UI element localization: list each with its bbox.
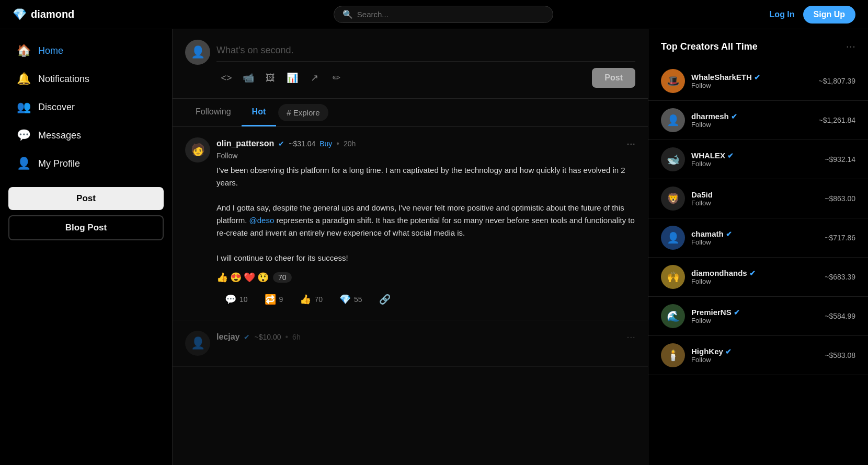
sidebar-item-messages[interactable]: 💬 Messages [4, 122, 168, 148]
right-panel-more-button[interactable]: ··· [846, 40, 855, 53]
sidebar-item-notifications[interactable]: 🔔 Notifications [4, 66, 168, 92]
reaction-count[interactable]: 70 [273, 272, 292, 283]
sidebar-item-myprofile[interactable]: 👤 My Profile [4, 150, 168, 177]
layout: 🏠 Home 🔔 Notifications 👥 Discover 💬 Mess… [0, 29, 868, 465]
search-input[interactable] [357, 10, 544, 19]
toolbar-chart-icon[interactable]: 📊 [282, 68, 302, 88]
verified-diamondhands: ✔ [749, 269, 756, 277]
creator-follow-chamath[interactable]: Follow [691, 238, 818, 246]
feed-tabs: Following Hot # Explore [173, 99, 648, 127]
search-icon: 🔍 [342, 9, 353, 19]
post-button[interactable]: Post [8, 187, 164, 210]
creator-row-highkey[interactable]: 🕯️ HighKey ✔ Follow ~$583.08 [648, 336, 868, 375]
creator-price-premierNS: ~$584.99 [825, 312, 855, 320]
comment-action[interactable]: 💬 10 [216, 289, 256, 309]
tab-hot[interactable]: Hot [242, 99, 277, 126]
comment-count: 10 [239, 295, 248, 304]
tab-following[interactable]: Following [185, 99, 242, 126]
creator-avatar-premierNS: 🌊 [661, 304, 685, 328]
messages-icon: 💬 [17, 129, 31, 142]
creator-row-whalesharketh[interactable]: 🎩 WhaleSharkETH ✔ Follow ~$1,807.39 [648, 62, 868, 101]
toolbar-image-icon[interactable]: 🖼 [260, 68, 280, 88]
compose-toolbar: <> 📹 🖼 📊 ↗ ✏ Post [216, 68, 635, 88]
diamond-icon: 💎 [339, 294, 351, 305]
creator-name-dharmesh: dharmesh ✔ [691, 112, 813, 121]
creator-row-premierNS[interactable]: 🌊 PremierNS ✔ Follow ~$584.99 [648, 297, 868, 336]
diamond-action[interactable]: 💎 55 [331, 289, 371, 309]
creator-follow-whalex[interactable]: Follow [691, 160, 818, 168]
creator-follow-whalesharketh[interactable]: Follow [691, 82, 813, 89]
creator-info-premierNS: PremierNS ✔ Follow [691, 308, 818, 324]
table-row: 🧑 olin_patterson ✔ ~$31.04 Buy • 20h ···… [173, 127, 648, 320]
toolbar-edit-icon[interactable]: ✏ [326, 68, 346, 88]
creator-avatar-whalesharketh: 🎩 [661, 69, 685, 93]
sidebar-item-discover[interactable]: 👥 Discover [4, 94, 168, 120]
nav-auth: Log In Sign Up [770, 6, 855, 24]
tab-explore[interactable]: # Explore [278, 104, 328, 121]
creator-follow-premierNS[interactable]: Follow [691, 317, 818, 324]
logo[interactable]: 💎 diamond [13, 8, 117, 21]
creator-row-diamondhands[interactable]: 🙌 diamondhands ✔ Follow ~$683.39 [648, 258, 868, 297]
creator-info-highkey: HighKey ✔ Follow [691, 347, 818, 364]
creator-info-whalex: WHALEX ✔ Follow [691, 151, 818, 168]
post-more-button[interactable]: ··· [626, 137, 635, 149]
sidebar-buttons: Post Blog Post [0, 179, 172, 240]
creator-follow-dharmesh[interactable]: Follow [691, 121, 813, 129]
post-separator: • [336, 139, 339, 148]
repost-count: 9 [279, 295, 283, 304]
verified-icon: ✔ [278, 140, 284, 148]
post-buy-button[interactable]: Buy [319, 140, 332, 148]
post-price-2: ~$10.00 [254, 333, 281, 341]
blog-post-button[interactable]: Blog Post [8, 215, 164, 240]
post-paragraph-1: I've been observing this platform for a … [216, 164, 635, 189]
creator-row-whalex[interactable]: 🐋 WHALEX ✔ Follow ~$932.14 [648, 140, 868, 179]
mention-deso[interactable]: @deso [249, 216, 275, 225]
creator-row-da5id[interactable]: 🦁 Da5id Follow ~$863.00 [648, 179, 868, 218]
compose-post-button[interactable]: Post [592, 68, 635, 88]
post-follow[interactable]: Follow [216, 152, 635, 160]
share-action[interactable]: 🔗 [371, 289, 399, 309]
post-username[interactable]: olin_patterson [216, 139, 274, 148]
verified-icon-2: ✔ [244, 333, 250, 341]
creator-name-highkey: HighKey ✔ [691, 347, 818, 356]
like-icon: 👍 [300, 294, 311, 305]
signup-button[interactable]: Sign Up [803, 6, 855, 24]
right-panel-header: Top Creators All Time ··· [648, 40, 868, 62]
home-icon: 🏠 [17, 44, 31, 57]
post-avatar-2: 👤 [185, 331, 210, 356]
bell-icon: 🔔 [17, 72, 31, 86]
verified-whalesharketh: ✔ [754, 73, 760, 82]
verified-dharmesh: ✔ [731, 112, 737, 121]
discover-icon: 👥 [17, 100, 31, 114]
toolbar-link-icon[interactable]: ↗ [304, 68, 324, 88]
creator-price-whalesharketh: ~$1,807.39 [819, 77, 855, 85]
creator-avatar-dharmesh: 👤 [661, 108, 685, 132]
creator-info-whalesharketh: WhaleSharkETH ✔ Follow [691, 73, 813, 89]
repost-icon: 🔁 [265, 294, 276, 305]
creator-name-da5id: Da5id [691, 190, 818, 199]
sidebar-item-label: Messages [38, 130, 81, 141]
creator-row-chamath[interactable]: 👤 chamath ✔ Follow ~$717.86 [648, 218, 868, 258]
main-feed: 👤 What's on second. <> 📹 🖼 📊 ↗ ✏ Post Fo… [173, 29, 648, 465]
creator-follow-highkey[interactable]: Follow [691, 356, 818, 364]
creator-follow-da5id[interactable]: Follow [691, 199, 818, 207]
creator-follow-diamondhands[interactable]: Follow [691, 277, 818, 285]
post-time-2: 6h [292, 333, 301, 341]
creator-info-da5id: Da5id Follow [691, 190, 818, 207]
profile-icon: 👤 [17, 157, 31, 170]
creator-name-premierNS: PremierNS ✔ [691, 308, 818, 317]
table-row: 👤 lecjay ✔ ~$10.00 • 6h ··· [173, 320, 648, 367]
compose-input[interactable]: What's on second. [216, 40, 635, 62]
creator-price-chamath: ~$717.86 [825, 234, 855, 242]
post-more-2[interactable]: ··· [626, 331, 635, 343]
verified-premierNS: ✔ [734, 308, 740, 317]
toolbar-code-icon[interactable]: <> [216, 68, 236, 88]
like-action[interactable]: 👍 70 [291, 289, 331, 309]
repost-action[interactable]: 🔁 9 [256, 289, 292, 309]
sidebar-item-home[interactable]: 🏠 Home [4, 38, 168, 64]
creator-row-dharmesh[interactable]: 👤 dharmesh ✔ Follow ~$1,261.84 [648, 101, 868, 140]
login-button[interactable]: Log In [770, 10, 795, 19]
post-paragraph-3: I will continue to cheer for its success… [216, 252, 635, 264]
right-panel-title: Top Creators All Time [661, 41, 758, 52]
toolbar-video-icon[interactable]: 📹 [238, 68, 258, 88]
